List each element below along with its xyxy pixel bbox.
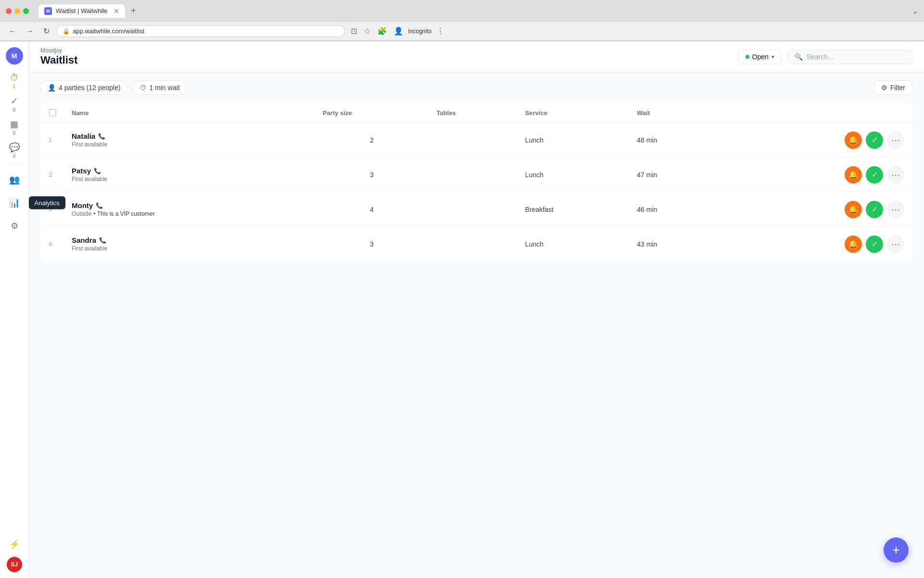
tasks-badge: 0: [13, 107, 16, 113]
sidebar-item-calendar[interactable]: ▦ 0: [4, 117, 25, 138]
header-left: Moodjoy Waitlist: [40, 47, 77, 66]
phone-icon: 📞: [99, 237, 106, 244]
browser-tab-active[interactable]: W Waitlist | Waitwhile ✕: [38, 4, 125, 18]
reload-btn[interactable]: ↻: [40, 25, 52, 38]
row-wait: 46 min: [629, 192, 720, 227]
calendar-icon: ▦: [10, 119, 18, 130]
browser-chrome: W Waitlist | Waitwhile ✕ + ⌄ ← → ↻ 🔒 app…: [0, 0, 924, 41]
forward-btn[interactable]: →: [23, 25, 37, 38]
profile-btn[interactable]: 👤: [392, 25, 405, 38]
user-avatar[interactable]: SJ: [7, 557, 22, 572]
row-name-cell: Patsy 📞 First available: [64, 158, 315, 192]
customer-sub: Outside • This is a VIP customer: [72, 210, 308, 217]
more-options-button[interactable]: ⋯: [887, 236, 904, 253]
col-wait: Wait: [629, 103, 720, 123]
toolbar-left: 👤 4 parties (12 people) ⏱ 1 min wait: [40, 80, 187, 95]
status-button[interactable]: Open ▾: [738, 50, 782, 64]
page-title: Waitlist: [40, 54, 77, 66]
messages-icon: 💬: [9, 142, 20, 153]
col-tables: Tables: [429, 103, 517, 123]
status-label: Open: [752, 53, 769, 61]
notify-button[interactable]: 🔔: [845, 236, 862, 253]
seat-button[interactable]: ✓: [866, 236, 883, 253]
seat-button[interactable]: ✓: [866, 131, 883, 149]
table-row[interactable]: 2 Patsy 📞 First available 3 Lunch 47 min…: [41, 158, 912, 192]
lock-icon: 🔒: [63, 28, 70, 35]
col-service: Service: [517, 103, 629, 123]
row-wait: 47 min: [629, 158, 720, 192]
waitlist-icon: ⏱: [10, 73, 19, 83]
app: M ⏱ 1 ✓ 0 ▦ 0 💬 0 👥 📊 Analytics ⚙: [0, 41, 924, 578]
sidebar-item-analytics[interactable]: 📊 Analytics: [4, 192, 25, 213]
customer-name: Monty: [72, 201, 93, 210]
org-avatar-letter: M: [12, 52, 17, 60]
phone-icon: 📞: [94, 168, 101, 174]
add-button[interactable]: +: [884, 538, 909, 563]
browser-nav: ← → ↻ 🔒 app.waitwhile.com/waitlist ⊡ ☆ 🧩…: [0, 22, 924, 41]
more-options-button[interactable]: ⋯: [887, 131, 904, 149]
calendar-badge: 0: [13, 131, 16, 136]
sidebar-divider: [7, 165, 22, 165]
status-indicator: [745, 55, 749, 59]
tab-favicon: W: [44, 7, 52, 15]
row-actions: 🔔 ✓ ⋯: [720, 227, 912, 262]
table-row[interactable]: 4 Sandra 📞 First available 3 Lunch 43 mi…: [41, 227, 912, 262]
minimize-dot[interactable]: [14, 8, 20, 14]
notify-button[interactable]: 🔔: [845, 166, 862, 184]
col-actions: [720, 103, 912, 123]
sidebar-item-tasks[interactable]: ✓ 0: [4, 93, 25, 115]
phone-icon: 📞: [96, 202, 103, 209]
extensions-btn[interactable]: 🧩: [375, 25, 389, 38]
row-number: 1: [41, 123, 64, 158]
sidebar-item-settings[interactable]: ⚙: [4, 215, 25, 236]
wait-chip[interactable]: ⏱ 1 min wait: [132, 80, 187, 95]
back-btn[interactable]: ←: [6, 25, 19, 38]
notify-button[interactable]: 🔔: [845, 131, 862, 149]
analytics-icon: 📊: [9, 197, 20, 208]
more-btn[interactable]: ⋮: [435, 25, 446, 38]
main-content: Moodjoy Waitlist Open ▾ 🔍 Search... 👤: [29, 41, 924, 578]
more-options-button[interactable]: ⋯: [887, 201, 904, 218]
notify-button[interactable]: 🔔: [845, 201, 862, 218]
row-actions: 🔔 ✓ ⋯: [720, 192, 912, 227]
phone-icon: 📞: [98, 133, 105, 140]
add-icon: +: [892, 542, 900, 558]
row-tables: [429, 158, 517, 192]
cast-btn[interactable]: ⊡: [349, 25, 359, 38]
tab-close-btn[interactable]: ✕: [114, 7, 119, 15]
new-tab-btn[interactable]: +: [127, 4, 140, 18]
search-placeholder: Search...: [807, 53, 834, 61]
parties-chip[interactable]: 👤 4 parties (12 people): [40, 80, 128, 95]
bookmark-btn[interactable]: ☆: [362, 25, 372, 38]
filter-label: Filter: [890, 84, 905, 92]
seat-button[interactable]: ✓: [866, 201, 883, 218]
table-row[interactable]: 3 Monty 📞 Outside • This is a VIP custom…: [41, 192, 912, 227]
sidebar-item-waitlist[interactable]: ⏱ 1: [4, 70, 25, 92]
chevron-down-icon: ▾: [771, 53, 774, 60]
browser-dots: [6, 8, 29, 14]
parties-label: 4 parties (12 people): [59, 84, 120, 92]
search-bar[interactable]: 🔍 Search...: [787, 50, 912, 64]
col-checkbox: [41, 103, 64, 123]
more-options-button[interactable]: ⋯: [887, 166, 904, 184]
parties-icon: 👤: [48, 84, 56, 92]
row-service: Lunch: [517, 158, 629, 192]
row-party-size: 3: [315, 158, 429, 192]
select-all-checkbox[interactable]: [49, 109, 56, 117]
url-text: app.waitwhile.com/waitlist: [73, 27, 144, 35]
sidebar-item-power[interactable]: ⚡: [4, 534, 25, 555]
table-row[interactable]: 1 Natalia 📞 First available 2 Lunch 48 m…: [41, 123, 912, 158]
tab-title: Waitlist | Waitwhile: [56, 7, 107, 14]
close-dot[interactable]: [6, 8, 12, 14]
messages-badge: 0: [13, 154, 16, 159]
row-tables: [429, 227, 517, 262]
url-bar[interactable]: 🔒 app.waitwhile.com/waitlist: [56, 25, 345, 37]
seat-button[interactable]: ✓: [866, 166, 883, 184]
fullscreen-dot[interactable]: [23, 8, 29, 14]
sidebar-item-messages[interactable]: 💬 0: [4, 140, 25, 161]
filter-button[interactable]: ⚙ Filter: [874, 80, 912, 95]
row-actions: 🔔 ✓ ⋯: [720, 123, 912, 158]
window-controls[interactable]: ⌄: [912, 6, 918, 15]
org-avatar[interactable]: M: [6, 47, 23, 65]
sidebar-item-customers[interactable]: 👥: [4, 169, 25, 190]
